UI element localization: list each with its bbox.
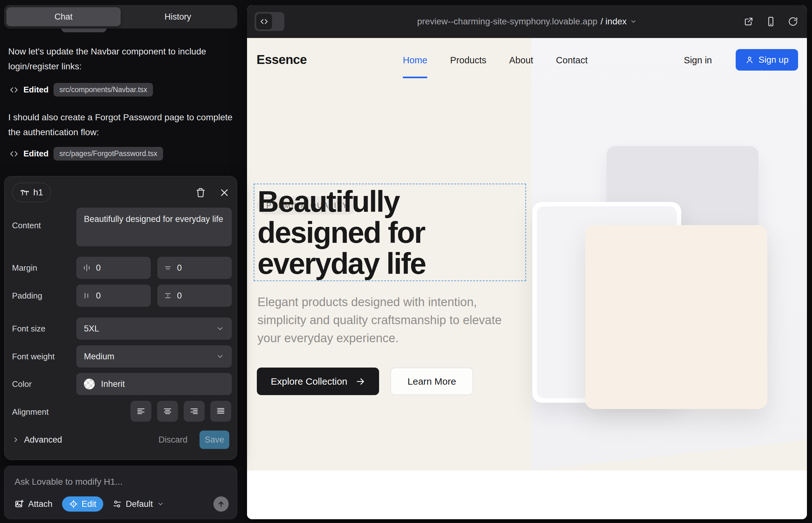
- hero-section: Essence Home Products About Contact Sign…: [247, 38, 807, 470]
- locate-target-icon: [69, 500, 78, 508]
- site-navbar: Essence Home Products About Contact Sign…: [247, 38, 807, 82]
- lovable-app: Chat History Now let's update the Navbar…: [0, 0, 812, 523]
- default-mode-button[interactable]: Default: [113, 499, 164, 509]
- padding-horizontal-icon: [83, 292, 91, 300]
- nav-link-products[interactable]: Products: [450, 55, 486, 66]
- chat-message: I should also create a Forgot Password p…: [8, 110, 234, 140]
- alignment-group: [130, 401, 231, 422]
- content-label: Content: [12, 221, 41, 231]
- padding-label: Padding: [12, 291, 42, 301]
- browser-toolbar: preview--charming-site-symphony.lovable.…: [247, 5, 807, 38]
- learn-more-button[interactable]: Learn More: [390, 367, 473, 395]
- hero-heading[interactable]: Beautifully designed for everyday life: [258, 186, 426, 279]
- align-justify-button[interactable]: [210, 401, 231, 422]
- tab-chat[interactable]: Chat: [6, 7, 121, 26]
- edit-mode-button[interactable]: Edit: [62, 497, 104, 511]
- color-swatch: [84, 379, 95, 390]
- send-button[interactable]: [213, 497, 229, 511]
- image-plus-icon: [15, 499, 24, 509]
- url-host: preview--charming-site-symphony.lovable.…: [417, 16, 597, 26]
- chevron-right-icon: [12, 436, 20, 444]
- code-icon: [10, 86, 18, 94]
- sign-up-button[interactable]: Sign up: [736, 49, 798, 71]
- url-path: / index: [600, 16, 627, 26]
- chat-composer: Ask Lovable to modify H1... Attach Edit …: [4, 466, 237, 519]
- discard-button[interactable]: Discard: [158, 435, 188, 445]
- preview-browser-window: preview--charming-site-symphony.lovable.…: [247, 5, 807, 519]
- edited-label: Edited: [23, 149, 49, 159]
- margin-vertical-icon: [164, 264, 172, 272]
- margin-horizontal-icon: [83, 264, 91, 272]
- url-dropdown[interactable]: preview--charming-site-symphony.lovable.…: [247, 5, 807, 38]
- chevron-down-icon: [157, 501, 164, 507]
- user-icon: [745, 55, 754, 64]
- tab-history[interactable]: History: [121, 7, 235, 26]
- edited-file-row: Edited src/components/Navbar.tsx: [10, 83, 153, 96]
- open-external-icon[interactable]: [744, 16, 754, 26]
- padding-y-input[interactable]: 0: [157, 285, 232, 307]
- code-icon: [10, 149, 18, 158]
- attach-button[interactable]: Attach: [15, 499, 53, 509]
- chevron-down-icon: [630, 18, 637, 25]
- advanced-toggle[interactable]: Advanced: [12, 435, 62, 445]
- nav-link-home[interactable]: Home: [403, 55, 427, 66]
- alignment-label: Alignment: [12, 407, 49, 417]
- site-logo[interactable]: Essence: [257, 53, 307, 67]
- color-select[interactable]: Inherit: [76, 373, 232, 395]
- content-textarea[interactable]: Beautifully designed for everyday life: [76, 208, 232, 246]
- delete-element-icon[interactable]: [196, 188, 206, 198]
- color-label: Color: [12, 379, 32, 389]
- preview-site: Essence Home Products About Contact Sign…: [247, 38, 807, 519]
- arrow-right-icon: [356, 377, 365, 386]
- margin-label: Margin: [12, 263, 37, 273]
- font-weight-label: Font weight: [12, 352, 54, 362]
- align-right-button[interactable]: [184, 401, 205, 422]
- align-left-button[interactable]: [130, 401, 152, 422]
- align-center-button[interactable]: [157, 401, 178, 422]
- sign-in-link[interactable]: Sign in: [684, 55, 712, 66]
- nav-link-contact[interactable]: Contact: [556, 55, 588, 66]
- save-button[interactable]: Save: [199, 431, 229, 449]
- sliders-icon: [113, 500, 122, 508]
- file-badge[interactable]: src/pages/ForgotPassword.tsx: [54, 147, 163, 161]
- chevron-down-icon: [216, 353, 224, 361]
- chat-history-tabbar: Chat History: [4, 5, 237, 29]
- nav-link-about[interactable]: About: [509, 55, 533, 66]
- explore-collection-button[interactable]: Explore Collection: [257, 367, 379, 395]
- mobile-preview-icon[interactable]: [766, 16, 776, 26]
- element-tag-label: h1: [33, 187, 43, 198]
- margin-x-input[interactable]: 0: [76, 257, 151, 279]
- font-weight-select[interactable]: Medium: [76, 345, 232, 367]
- chevron-down-icon: [216, 325, 224, 333]
- font-size-select[interactable]: 5XL: [76, 318, 232, 340]
- chat-message: Now let's update the Navbar component to…: [8, 44, 234, 74]
- edited-file-row: Edited src/pages/ForgotPassword.tsx: [10, 147, 163, 161]
- type-icon: [20, 188, 30, 197]
- font-size-label: Font size: [12, 324, 46, 334]
- selected-element-tag: h1: [12, 183, 51, 202]
- composer-input[interactable]: Ask Lovable to modify H1...: [15, 477, 123, 487]
- refresh-icon[interactable]: [788, 16, 798, 26]
- edited-label: Edited: [23, 85, 49, 95]
- decorative-card-beige: [585, 225, 767, 409]
- next-section-blank: [247, 470, 807, 519]
- file-badge[interactable]: src/components/Navbar.tsx: [54, 83, 153, 96]
- padding-vertical-icon: [164, 292, 172, 300]
- hero-paragraph: Elegant products designed with intention…: [258, 293, 511, 347]
- margin-y-input[interactable]: 0: [157, 257, 232, 279]
- close-icon[interactable]: [219, 188, 229, 198]
- padding-x-input[interactable]: 0: [76, 285, 151, 307]
- element-editor-panel: h1 Content Beautifully designed for ever…: [4, 176, 237, 460]
